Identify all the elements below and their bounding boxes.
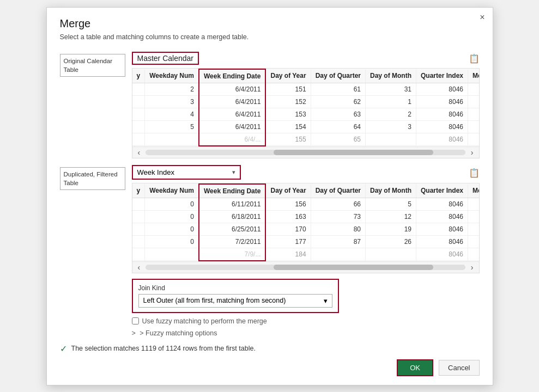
fuzzy-checkbox[interactable]: [132, 317, 139, 324]
table-row: 36/4/20111526218046: [132, 95, 480, 108]
table-row: 06/18/201116373128046: [132, 210, 480, 223]
col-day-of-month1[interactable]: Day of Month: [365, 69, 416, 83]
join-kind-section: Join Kind Left Outer (all from first, ma…: [132, 279, 480, 313]
col-day-of-year2[interactable]: Day of Year: [265, 184, 311, 198]
chevron-right-icon: >: [132, 329, 136, 337]
table-row: 26/4/201115161318046: [132, 83, 480, 95]
copy-icon-2[interactable]: 📋: [469, 168, 480, 178]
section1-content: Master Calendar 📋 y Weekday Num Week End…: [132, 52, 480, 158]
table2: y Weekday Num Week Ending Date Day of Ye…: [132, 183, 480, 261]
section1: Original Calendar Table Master Calendar …: [60, 52, 480, 158]
fuzzy-options[interactable]: > > Fuzzy matching options: [132, 329, 480, 337]
join-kind-label: Join Kind: [138, 284, 332, 292]
copy-icon-1[interactable]: 📋: [469, 53, 480, 64]
scroll-left-2[interactable]: ‹: [135, 263, 144, 272]
col-day-of-month2[interactable]: Day of Month: [365, 184, 416, 198]
scroll-thumb-1: [274, 150, 433, 155]
checkmark-icon: ✓: [60, 344, 67, 354]
col-weekday-num1[interactable]: Weekday Num: [145, 69, 199, 83]
section2-top: Week Index ▾ 📋: [132, 165, 480, 183]
dropdown-arrow-icon: ▾: [232, 169, 235, 176]
table-row-partial: 7/9/...1848046: [132, 248, 480, 261]
section2-content: Week Index ▾ 📋 y Weekday Num Week Ending…: [132, 165, 480, 337]
table-row: 46/4/20111536328046: [132, 108, 480, 120]
col-week-ending-date1[interactable]: Week Ending Date: [199, 69, 265, 83]
fuzzy-checkbox-row: Use fuzzy matching to perform the merge: [132, 317, 480, 325]
cancel-button[interactable]: Cancel: [439, 360, 479, 376]
master-calendar-label: Master Calendar: [132, 52, 199, 65]
scroll-track-1[interactable]: [146, 150, 465, 155]
scrollbar2[interactable]: ‹ ›: [132, 261, 479, 273]
join-kind-value: Left Outer (all from first, matching fro…: [143, 297, 324, 304]
scroll-right-1[interactable]: ›: [468, 148, 477, 157]
scroll-track-2[interactable]: [146, 265, 465, 270]
col-weekday-num2[interactable]: Weekday Num: [145, 184, 199, 198]
fuzzy-options-label: > Fuzzy matching options: [140, 329, 217, 337]
table2-wrapper: y Weekday Num Week Ending Date Day of Ye…: [132, 183, 480, 273]
dialog-title: Merge: [60, 17, 480, 30]
section1-label: Original Calendar Table: [60, 54, 125, 77]
dropdown-selected-value: Week Index: [137, 168, 228, 176]
table-row-partial: 6/4/...155658046: [132, 133, 480, 146]
scrollbar1[interactable]: ‹ ›: [132, 146, 479, 158]
col-quarter-index2[interactable]: Quarter Index: [416, 184, 468, 198]
scroll-right-2[interactable]: ›: [468, 263, 477, 272]
section2: Duplicated, Filtered Table Week Index ▾ …: [60, 165, 480, 337]
col-y1[interactable]: y: [132, 69, 145, 83]
table-row: 06/11/20111566658046: [132, 198, 480, 210]
col-day-of-quarter1[interactable]: Day of Quarter: [311, 69, 365, 83]
scroll-thumb-2: [274, 265, 433, 270]
scroll-left-1[interactable]: ‹: [135, 148, 144, 157]
col-day-of-quarter2[interactable]: Day of Quarter: [311, 184, 365, 198]
close-button[interactable]: ×: [480, 13, 485, 22]
table-row: 07/2/201117787268046: [132, 235, 480, 248]
col-day-of-year1[interactable]: Day of Year: [265, 69, 311, 83]
section1-top: Master Calendar 📋: [132, 52, 480, 68]
dialog-header: Merge Select a table and matching column…: [47, 8, 493, 52]
join-kind-dropdown[interactable]: Left Outer (all from first, matching fro…: [138, 294, 332, 308]
col-quarter-index1[interactable]: Quarter Index: [416, 69, 468, 83]
join-kind-arrow-icon: ▾: [324, 297, 328, 305]
join-kind-box: Join Kind Left Outer (all from first, ma…: [132, 279, 339, 313]
ok-button[interactable]: OK: [397, 359, 433, 376]
table-row: 06/25/201117080198046: [132, 223, 480, 235]
col-mor2[interactable]: Mor: [468, 184, 480, 198]
match-row: ✓ The selection matches 1119 of 1124 row…: [47, 344, 493, 354]
table1: y Weekday Num Week Ending Date Day of Ye…: [132, 69, 480, 146]
table-selector-dropdown[interactable]: Week Index ▾: [132, 165, 241, 180]
dialog-footer: OK Cancel: [47, 354, 493, 385]
col-mon1[interactable]: Mon: [468, 69, 480, 83]
table1-wrapper: y Weekday Num Week Ending Date Day of Ye…: [132, 68, 480, 158]
col-y2[interactable]: y: [132, 184, 145, 198]
fuzzy-checkbox-label: Use fuzzy matching to perform the merge: [142, 317, 267, 325]
merge-dialog: × Merge Select a table and matching colu…: [46, 7, 493, 385]
table-row: 56/4/20111546438046: [132, 120, 480, 133]
match-text: The selection matches 1119 of 1124 rows …: [71, 345, 256, 352]
section2-label: Duplicated, Filtered Table: [60, 167, 125, 190]
dialog-body: Original Calendar Table Master Calendar …: [47, 52, 493, 337]
dialog-subtitle: Select a table and matching columns to c…: [60, 33, 480, 41]
col-week-ending-date2[interactable]: Week Ending Date: [199, 184, 265, 198]
